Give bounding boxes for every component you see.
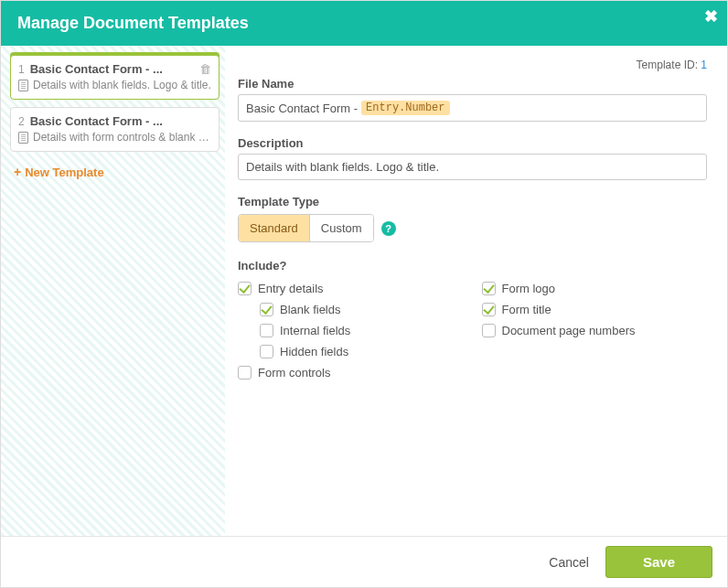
template-description: Details with form controls & blank fi... bbox=[33, 131, 211, 144]
label-hidden-fields: Hidden fields bbox=[280, 345, 348, 358]
template-title: Basic Contact Form - ... bbox=[30, 62, 194, 76]
dialog-footer: Cancel Save bbox=[1, 536, 727, 587]
template-type-label: Template Type bbox=[238, 195, 707, 208]
dialog-title: Manage Document Templates bbox=[17, 14, 711, 33]
file-name-prefix: Basic Contact Form - bbox=[246, 102, 358, 115]
include-label: Include? bbox=[238, 259, 707, 273]
file-name-label: File Name bbox=[238, 77, 707, 91]
checkbox-page-numbers[interactable] bbox=[482, 324, 496, 337]
new-template-button[interactable]: + New Template bbox=[10, 159, 219, 185]
help-icon[interactable]: ? bbox=[381, 221, 396, 236]
template-title: Basic Contact Form - ... bbox=[30, 114, 211, 128]
template-id-label: Template ID: bbox=[637, 59, 698, 71]
cancel-button[interactable]: Cancel bbox=[549, 555, 589, 570]
template-description: Details with blank fields. Logo & title. bbox=[33, 79, 211, 91]
template-number: 2 bbox=[18, 115, 25, 128]
checkbox-form-title[interactable] bbox=[482, 303, 496, 316]
description-input[interactable] bbox=[238, 154, 707, 180]
dialog-body: 1 Basic Contact Form - ... 🗑 Details wit… bbox=[1, 46, 727, 536]
manage-templates-dialog: Manage Document Templates ✖ 1 Basic Cont… bbox=[0, 0, 728, 588]
document-icon bbox=[18, 132, 28, 144]
checkbox-form-logo[interactable] bbox=[482, 282, 496, 295]
template-number: 1 bbox=[18, 63, 25, 76]
template-list-item[interactable]: 2 Basic Contact Form - ... Details with … bbox=[10, 107, 219, 152]
trash-icon[interactable]: 🗑 bbox=[199, 62, 211, 76]
label-entry-details: Entry details bbox=[258, 282, 324, 295]
template-id-value: 1 bbox=[701, 59, 707, 71]
checkbox-entry-details[interactable] bbox=[238, 282, 252, 295]
close-icon[interactable]: ✖ bbox=[704, 6, 718, 27]
document-icon bbox=[18, 80, 28, 91]
include-right-column: Form logo Form title Document page numbe… bbox=[482, 278, 708, 383]
save-button[interactable]: Save bbox=[605, 546, 712, 578]
template-id-row: Template ID: 1 bbox=[238, 59, 707, 71]
checkbox-hidden-fields[interactable] bbox=[260, 345, 273, 358]
description-label: Description bbox=[238, 136, 707, 150]
checkbox-internal-fields[interactable] bbox=[260, 324, 273, 337]
file-name-input[interactable]: Basic Contact Form - Entry.Number bbox=[238, 94, 707, 122]
templates-sidebar: 1 Basic Contact Form - ... 🗑 Details wit… bbox=[1, 46, 225, 536]
label-form-controls: Form controls bbox=[258, 366, 330, 380]
checkbox-blank-fields[interactable] bbox=[260, 303, 273, 316]
template-type-custom[interactable]: Custom bbox=[309, 215, 373, 241]
template-type-toggle: Standard Custom bbox=[238, 214, 374, 242]
plus-icon: + bbox=[14, 165, 21, 179]
template-type-standard[interactable]: Standard bbox=[239, 215, 309, 241]
label-page-numbers: Document page numbers bbox=[502, 324, 636, 337]
label-blank-fields: Blank fields bbox=[280, 303, 340, 316]
label-form-logo: Form logo bbox=[502, 282, 556, 295]
include-left-column: Entry details Blank fields Internal fiel… bbox=[238, 278, 464, 383]
template-list-item[interactable]: 1 Basic Contact Form - ... 🗑 Details wit… bbox=[10, 55, 219, 100]
dialog-header: Manage Document Templates ✖ bbox=[1, 1, 727, 46]
template-editor-panel: Template ID: 1 File Name Basic Contact F… bbox=[225, 46, 727, 536]
new-template-label: New Template bbox=[25, 166, 103, 179]
file-name-token-chip[interactable]: Entry.Number bbox=[361, 101, 449, 115]
checkbox-form-controls[interactable] bbox=[238, 366, 252, 380]
label-internal-fields: Internal fields bbox=[280, 324, 350, 337]
label-form-title: Form title bbox=[502, 303, 551, 316]
